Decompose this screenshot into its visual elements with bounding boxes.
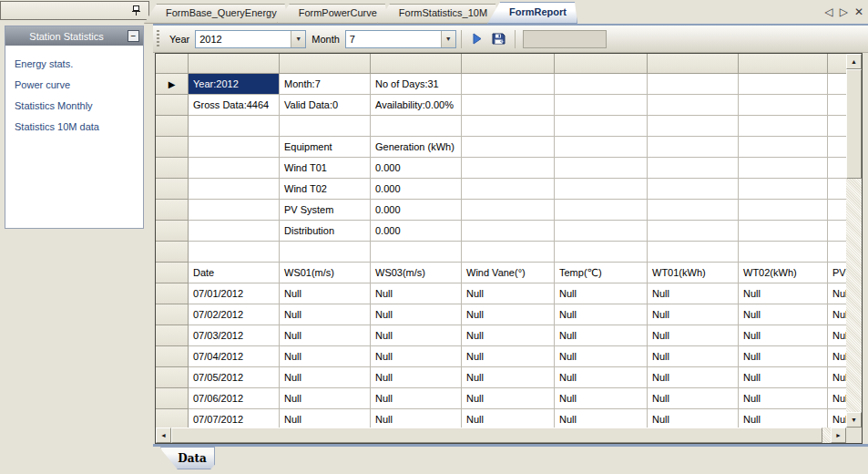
- grid-cell[interactable]: [555, 200, 648, 221]
- grid-cell[interactable]: [648, 242, 739, 263]
- tab-formpowercurve[interactable]: FormPowerCurve: [277, 4, 388, 24]
- row-selector[interactable]: [156, 346, 189, 367]
- horizontal-scrollbar[interactable]: ◄ ►: [156, 428, 846, 443]
- grid-cell[interactable]: Null: [462, 367, 555, 388]
- grid-cell[interactable]: Wind T01: [280, 158, 371, 179]
- column-header-2[interactable]: [371, 54, 462, 74]
- grid-cell[interactable]: Null: [371, 304, 462, 325]
- scroll-track[interactable]: [822, 428, 831, 443]
- row-selector[interactable]: [156, 304, 189, 325]
- grid-cell[interactable]: [462, 200, 555, 221]
- grid-cell[interactable]: 07/07/2012: [189, 409, 280, 428]
- row-selector[interactable]: [156, 409, 189, 428]
- grid-cell[interactable]: Null: [555, 325, 648, 346]
- grid-cell[interactable]: [828, 116, 846, 137]
- grid-cell[interactable]: No of Days:31: [371, 74, 462, 95]
- grid-corner-cell[interactable]: [156, 54, 189, 74]
- tab-data[interactable]: Data: [160, 447, 215, 469]
- sidebar-item-2[interactable]: Statistics Monthly: [5, 96, 143, 117]
- grid-cell[interactable]: Null: [739, 367, 828, 388]
- grid-cell[interactable]: Availability:0.00%: [371, 95, 462, 116]
- grid-cell[interactable]: 0.000: [371, 221, 462, 242]
- row-selector[interactable]: [156, 367, 189, 388]
- grid-cell[interactable]: Equipment: [280, 137, 371, 158]
- scroll-down-icon[interactable]: ▼: [846, 412, 862, 428]
- grid-cell[interactable]: [462, 116, 555, 137]
- row-selector[interactable]: [156, 158, 189, 179]
- grid-cell[interactable]: [462, 74, 555, 95]
- grid-cell[interactable]: Null: [462, 283, 555, 304]
- grid-cell[interactable]: 07/04/2012: [189, 346, 280, 367]
- grid-cell[interactable]: Gross Data:4464: [189, 95, 280, 116]
- toolbar-grip[interactable]: [157, 30, 159, 48]
- grid-cell[interactable]: Null: [828, 283, 846, 304]
- grid-cell[interactable]: Generation (kWh): [371, 137, 462, 158]
- row-selector[interactable]: [156, 137, 189, 158]
- grid-cell[interactable]: Null: [828, 409, 846, 428]
- grid-cell[interactable]: Null: [648, 388, 739, 409]
- column-header-4[interactable]: [555, 54, 648, 74]
- collapse-icon[interactable]: −: [128, 30, 139, 42]
- chevron-down-icon[interactable]: ▼: [291, 31, 305, 47]
- grid-cell[interactable]: Null: [648, 283, 739, 304]
- grid-cell[interactable]: [462, 242, 555, 263]
- grid-cell[interactable]: [555, 95, 648, 116]
- grid-cell[interactable]: Null: [555, 388, 648, 409]
- tab-formbase_queryenergy[interactable]: FormBase_QueryEnergy: [144, 4, 288, 24]
- grid-cell[interactable]: Null: [739, 304, 828, 325]
- vertical-scrollbar[interactable]: ▲ ▼: [846, 54, 862, 428]
- grid-cell[interactable]: [828, 74, 846, 95]
- grid-cell[interactable]: [189, 158, 280, 179]
- grid-cell[interactable]: [828, 221, 846, 242]
- grid-cell[interactable]: Null: [462, 409, 555, 428]
- scroll-up-icon[interactable]: ▲: [846, 54, 862, 69]
- grid-cell[interactable]: [648, 95, 739, 116]
- row-selector[interactable]: [156, 283, 189, 304]
- grid-cell[interactable]: Null: [739, 325, 828, 346]
- grid-cell[interactable]: [828, 137, 846, 158]
- grid-cell[interactable]: Null: [648, 346, 739, 367]
- row-selector[interactable]: [156, 116, 189, 137]
- horizontal-scroll-thumb[interactable]: [171, 428, 822, 443]
- sidebar-item-0[interactable]: Energy stats.: [5, 54, 143, 75]
- grid-cell[interactable]: Null: [280, 346, 371, 367]
- grid-cell[interactable]: [555, 221, 648, 242]
- run-query-button[interactable]: [466, 29, 488, 49]
- grid-cell[interactable]: [462, 95, 555, 116]
- grid-cell[interactable]: Null: [462, 388, 555, 409]
- save-report-button[interactable]: [488, 29, 510, 49]
- scroll-right-icon[interactable]: ►: [831, 428, 846, 443]
- grid-cell[interactable]: [462, 221, 555, 242]
- row-selector[interactable]: ▶: [156, 74, 189, 95]
- grid-cell[interactable]: Null: [648, 325, 739, 346]
- grid-cell[interactable]: Null: [555, 367, 648, 388]
- vertical-scroll-thumb[interactable]: [846, 69, 862, 179]
- grid-cell[interactable]: [189, 179, 280, 200]
- grid-cell[interactable]: WT02(kWh): [739, 263, 828, 283]
- row-selector[interactable]: [156, 325, 189, 346]
- grid-cell[interactable]: [739, 95, 828, 116]
- grid-cell[interactable]: Null: [280, 325, 371, 346]
- column-header-3[interactable]: [462, 54, 555, 74]
- grid-cell[interactable]: Null: [739, 346, 828, 367]
- grid-cell[interactable]: Null: [555, 283, 648, 304]
- grid-cell[interactable]: WS03(m/s): [371, 263, 462, 283]
- grid-cell[interactable]: Null: [555, 409, 648, 428]
- sidebar-item-3[interactable]: Statistics 10M data: [5, 117, 143, 138]
- column-header-7[interactable]: [828, 54, 846, 74]
- grid-cell[interactable]: [371, 116, 462, 137]
- grid-cell[interactable]: Null: [648, 409, 739, 428]
- pin-icon[interactable]: [131, 5, 141, 16]
- tab-formstatistics_10m[interactable]: FormStatistics_10M: [377, 4, 498, 24]
- grid-cell[interactable]: [739, 158, 828, 179]
- grid-cell[interactable]: Null: [828, 346, 846, 367]
- grid-cell[interactable]: [828, 179, 846, 200]
- row-selector[interactable]: [156, 221, 189, 242]
- grid-cell[interactable]: Null: [371, 346, 462, 367]
- grid-cell[interactable]: Null: [280, 367, 371, 388]
- grid-cell[interactable]: Null: [462, 346, 555, 367]
- scroll-tabs-left-icon[interactable]: ◁: [824, 5, 832, 18]
- scroll-left-icon[interactable]: ◄: [156, 428, 171, 443]
- grid-cell[interactable]: PV01(kWh): [828, 263, 846, 283]
- grid-cell[interactable]: [189, 116, 280, 137]
